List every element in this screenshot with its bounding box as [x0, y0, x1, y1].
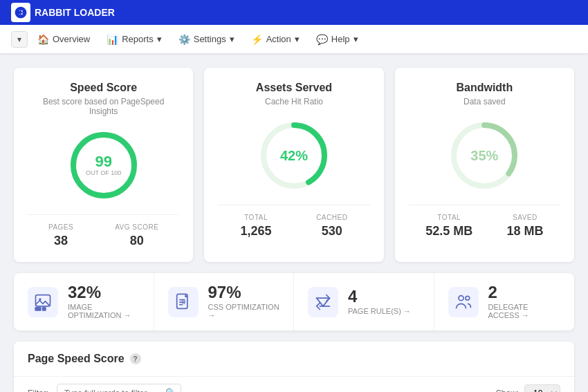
- pages-label: PAGES: [48, 223, 73, 231]
- help-icon: 💬: [316, 34, 328, 45]
- chart-icon: 📊: [107, 34, 118, 45]
- image-opt-value: 32%: [68, 284, 140, 301]
- speed-score-card: Speed Score Best score based on PageSpee…: [14, 68, 193, 262]
- shuffle-icon: [308, 287, 338, 317]
- assets-donut: 42%: [256, 118, 332, 194]
- pages-value: 38: [48, 234, 73, 248]
- page-rules-label: PAGE RULE(S) →: [348, 307, 420, 315]
- main-content: Speed Score Best score based on PageSpee…: [0, 54, 588, 392]
- svg-point-19: [465, 296, 469, 300]
- nav-label-settings: Settings: [194, 34, 226, 44]
- saved-label: SAVED: [506, 214, 543, 221]
- assets-subtitle: Cache Hit Ratio: [218, 97, 369, 106]
- logo: RABBIT LOADER: [11, 3, 115, 22]
- nav-item-reports[interactable]: 📊 Reports ▾: [100, 30, 169, 49]
- nav-dropdown-small[interactable]: ▾: [11, 31, 28, 48]
- assets-served-card: Assets Served Cache Hit Ratio 42% TOTAL …: [204, 68, 383, 262]
- delegate-card[interactable]: 2 DELEGATE ACCESS →: [434, 273, 575, 330]
- svg-rect-9: [35, 307, 41, 311]
- nav-label-help: Help: [331, 34, 350, 44]
- total-bw-value: 52.5 MB: [425, 224, 472, 239]
- saved-value: 18 MB: [506, 224, 543, 239]
- home-icon: 🏠: [37, 34, 49, 45]
- cached-value: 530: [316, 224, 347, 239]
- delegate-value: 2: [488, 284, 561, 301]
- total-label: TOTAL: [241, 214, 272, 221]
- speed-score-subtitle: Best score based on PageSpeed Insights: [28, 97, 179, 116]
- chevron-down-icon-2: ▾: [230, 34, 235, 44]
- table-title: Page Speed Score ?: [28, 353, 141, 365]
- top-bar: RABBIT LOADER: [0, 0, 588, 25]
- settings-icon: ⚙️: [178, 34, 190, 45]
- nav-label-action: Action: [266, 34, 291, 44]
- nav-item-action[interactable]: ⚡ Action ▾: [244, 30, 306, 49]
- nav-item-help[interactable]: 💬 Help ▾: [309, 30, 365, 49]
- bandwidth-value: 35%: [470, 148, 498, 164]
- css-opt-label: CSS OPTIMIZATION →: [208, 303, 280, 319]
- stat-avg-score: AVG SCORE 80: [115, 223, 158, 248]
- assets-value: 42%: [280, 148, 308, 164]
- bandwidth-subtitle: Data saved: [409, 97, 560, 106]
- small-cards: 32% IMAGE OPTIMIZATION → {} 97%: [14, 273, 574, 330]
- bandwidth-card: Bandwidth Data saved 35% TOTAL 52.5 MB S…: [395, 68, 574, 262]
- assets-stats: TOTAL 1,265 CACHED 530: [218, 205, 369, 239]
- users-icon: [448, 287, 479, 317]
- stat-cached: CACHED 530: [316, 214, 347, 239]
- delegate-label: DELEGATE ACCESS →: [488, 303, 561, 319]
- stat-pages: PAGES 38: [48, 223, 73, 248]
- speed-score-title: Speed Score: [28, 82, 179, 94]
- bandwidth-donut: 35%: [446, 118, 522, 194]
- speed-score-value: 99: [86, 154, 121, 169]
- speed-score-stats: PAGES 38 AVG SCORE 80: [28, 214, 179, 248]
- image-icon: [28, 287, 58, 317]
- page-rules-card[interactable]: 4 PAGE RULE(S) →: [294, 273, 434, 330]
- table-header: Page Speed Score ?: [14, 342, 574, 377]
- svg-text:{}: {}: [181, 299, 185, 304]
- filter-input[interactable]: [64, 389, 161, 393]
- search-icon: 🔍: [165, 388, 176, 392]
- show-control: Show: 10 25 50: [496, 384, 560, 393]
- svg-point-18: [459, 295, 463, 300]
- action-icon: ⚡: [251, 34, 263, 45]
- nav-item-settings[interactable]: ⚙️ Settings ▾: [172, 30, 241, 49]
- css-opt-value: 97%: [208, 284, 280, 301]
- speed-score-donut: 99 OUT OF 100: [66, 127, 142, 203]
- filter-input-wrap[interactable]: 🔍: [57, 384, 181, 392]
- avg-score-value: 80: [115, 234, 158, 248]
- filter-label: Filter:: [28, 389, 48, 393]
- total-value: 1,265: [241, 224, 272, 239]
- show-select[interactable]: 10 25 50: [524, 384, 560, 393]
- total-bw-label: TOTAL: [425, 214, 472, 221]
- stat-total-assets: TOTAL 1,265: [241, 214, 272, 239]
- css-icon: {}: [168, 287, 199, 317]
- page-speed-title: Page Speed Score: [28, 353, 125, 365]
- info-icon[interactable]: ?: [130, 353, 141, 364]
- nav-label-overview: Overview: [53, 34, 90, 44]
- brand-name: RABBIT LOADER: [35, 7, 115, 18]
- logo-icon: [11, 3, 30, 22]
- metric-cards: Speed Score Best score based on PageSpee…: [14, 68, 574, 262]
- filter-bar: Filter: 🔍 Show: 10 25 50: [14, 377, 574, 392]
- assets-title: Assets Served: [218, 82, 369, 94]
- nav-bar: ▾ 🏠 Overview 📊 Reports ▾ ⚙️ Settings ▾ ⚡…: [0, 25, 588, 54]
- image-opt-card[interactable]: 32% IMAGE OPTIMIZATION →: [14, 273, 154, 330]
- nav-label-reports: Reports: [122, 34, 154, 44]
- chevron-down-icon: ▾: [157, 34, 162, 44]
- nav-item-overview[interactable]: 🏠 Overview: [30, 30, 97, 49]
- cached-label: CACHED: [316, 214, 347, 221]
- page-speed-section: Page Speed Score ? Filter: 🔍 Show: 10 25…: [14, 342, 574, 392]
- bandwidth-title: Bandwidth: [409, 82, 560, 94]
- css-opt-card[interactable]: {} 97% CSS OPTIMIZATION →: [154, 273, 295, 330]
- stat-saved: SAVED 18 MB: [506, 214, 543, 239]
- speed-score-out-of: OUT OF 100: [86, 169, 121, 176]
- show-label: Show:: [496, 389, 519, 393]
- svg-line-17: [323, 298, 329, 306]
- image-opt-label: IMAGE OPTIMIZATION →: [68, 303, 140, 319]
- avg-score-label: AVG SCORE: [115, 223, 158, 231]
- page-rules-value: 4: [348, 288, 420, 305]
- bandwidth-stats: TOTAL 52.5 MB SAVED 18 MB: [409, 205, 560, 239]
- stat-total-bw: TOTAL 52.5 MB: [425, 214, 472, 239]
- svg-rect-10: [42, 307, 46, 311]
- chevron-down-icon-3: ▾: [295, 34, 300, 44]
- chevron-down-icon-4: ▾: [353, 34, 358, 44]
